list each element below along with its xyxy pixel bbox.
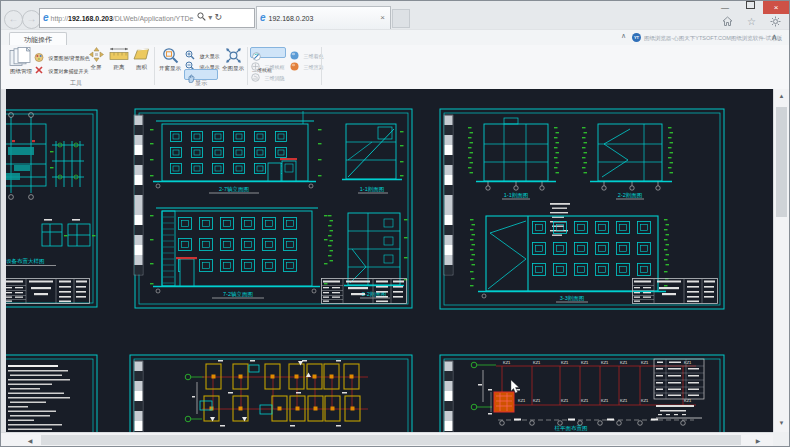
zoom-extents-button[interactable]: 全图显示 bbox=[220, 47, 246, 68]
url-host: 192.168.0.203 bbox=[68, 15, 113, 22]
palette-icon bbox=[34, 52, 44, 62]
rendered-sphere-icon bbox=[290, 62, 299, 71]
svg-text:KZ1: KZ1 bbox=[601, 360, 609, 365]
section-2: 2-2剖面图 bbox=[582, 124, 673, 199]
scroll-left-icon[interactable]: ◀ bbox=[23, 437, 37, 444]
settings-gear-icon[interactable] bbox=[769, 16, 782, 28]
cad-viewport[interactable]: 设备布置大样图 bbox=[6, 89, 774, 432]
wireframe-2d-button[interactable]: 二维线框 bbox=[250, 47, 286, 58]
sheet-legend-strip bbox=[444, 115, 453, 275]
column-plan-label: 柱平面布置图 bbox=[555, 425, 588, 432]
set-layer-bg-button[interactable]: 设置图层/背景颜色 bbox=[34, 49, 90, 60]
maximize-button[interactable] bbox=[738, 1, 762, 14]
column-labels-top: KZ1KZ1 KZ1KZ1 KZ1KZ1 KZ1KZ1 bbox=[503, 360, 692, 365]
ribbon: 图纸管理 设置图层/背景颜色 设置对象捕捉开关 全屏 距离 面积 工具 开窗显示 bbox=[1, 45, 789, 90]
url-path: /DLWeb/Application/YTDe bbox=[113, 15, 194, 22]
favorites-star-icon[interactable]: ☆ bbox=[745, 16, 758, 28]
browser-tab[interactable]: e192.168.0.203 × bbox=[256, 6, 391, 29]
group-separator bbox=[154, 47, 155, 85]
set-osnap-button[interactable]: 设置对象捕捉开关 bbox=[34, 62, 88, 73]
ie-favicon: e bbox=[40, 12, 51, 23]
address-bar[interactable]: ehttp://192.168.0.203/DLWeb/Application/… bbox=[39, 8, 255, 28]
sheet-legend-strip bbox=[134, 115, 143, 275]
horizontal-scrollbar[interactable]: ◀ ▶ bbox=[1, 432, 773, 447]
hidden-3d-button[interactable]: 三维消隐 bbox=[251, 69, 284, 80]
back-button[interactable]: ← bbox=[4, 10, 23, 29]
brand-text: 图纸浏览器-心图天下YTSOFT.COM图纸浏览软件-试用版 bbox=[644, 32, 782, 44]
elevation-1-label: 2-7轴立面图 bbox=[219, 186, 249, 193]
group-separator bbox=[321, 47, 322, 85]
scrollbar-corner bbox=[773, 432, 789, 447]
wireframe-3d-button[interactable]: 三维线框 bbox=[251, 58, 284, 69]
table-caption bbox=[656, 405, 702, 418]
vertical-scroll-thumb[interactable] bbox=[776, 107, 787, 217]
chevron-up-icon[interactable]: ∧ bbox=[621, 32, 626, 40]
drawing-manager-button[interactable]: 图纸管理 bbox=[4, 47, 38, 79]
browser-window: ← → ehttp://192.168.0.203/DLWeb/Applicat… bbox=[0, 0, 790, 447]
minimize-button[interactable]: — bbox=[713, 1, 737, 14]
home-icon[interactable] bbox=[721, 16, 734, 28]
section-2-label: 2-2剖面图 bbox=[618, 192, 642, 199]
axis-bubble bbox=[471, 362, 477, 368]
close-button[interactable]: × bbox=[763, 1, 789, 14]
search-icon[interactable] bbox=[197, 12, 206, 21]
stair-section-1-label: 1-1剖面图 bbox=[360, 186, 384, 193]
sheet-elevations: 2-7轴立面图 1-1剖面图 bbox=[134, 109, 412, 308]
sheet-column-plan: KZ1KZ1 KZ1KZ1 KZ1KZ1 KZ1KZ1 KZ1KZ1 KZ1KZ… bbox=[440, 355, 724, 432]
selected-column[interactable] bbox=[488, 389, 520, 415]
command-bar: 功能操作 ∧ YT 图纸浏览器-心图天下YTSOFT.COM图纸浏览软件-试用版… bbox=[1, 29, 789, 46]
minimize-icon: — bbox=[721, 3, 729, 12]
rendered-3d-button[interactable]: 三维渲染 bbox=[290, 58, 323, 69]
brand-logo: YT bbox=[632, 33, 641, 42]
dropdown-icon[interactable]: ▾ bbox=[208, 13, 212, 22]
tab-favicon: e bbox=[257, 12, 269, 23]
axis-bubble bbox=[185, 374, 191, 380]
window-zoom-icon bbox=[162, 47, 179, 64]
sheet-sections: 1-1剖面图 2-2剖面图 bbox=[440, 109, 724, 309]
scroll-down-icon[interactable]: ▼ bbox=[774, 420, 789, 426]
new-tab-button[interactable] bbox=[392, 9, 410, 28]
distance-button[interactable]: 距离 bbox=[108, 47, 130, 65]
zoom-extents-icon bbox=[225, 47, 242, 64]
elevation-2: 7-2轴立面图 bbox=[150, 208, 328, 298]
zoom-in-button[interactable]: 放大显示 bbox=[185, 47, 219, 58]
ribbon-collapse-icon[interactable]: ∧ bbox=[771, 32, 778, 42]
svg-text:KZ1: KZ1 bbox=[581, 398, 589, 403]
svg-text:KZ1: KZ1 bbox=[641, 360, 649, 365]
horizontal-scroll-thumb[interactable] bbox=[41, 435, 741, 445]
title-bar: ← → ehttp://192.168.0.203/DLWeb/Applicat… bbox=[1, 1, 789, 29]
section-1-label: 1-1剖面图 bbox=[504, 192, 528, 199]
scroll-up-icon[interactable]: ▲ bbox=[774, 93, 789, 99]
level-table bbox=[654, 359, 704, 399]
close-icon: × bbox=[774, 3, 779, 12]
shaded-3d-button[interactable]: 三维着色 bbox=[290, 47, 323, 58]
sheet-notes bbox=[6, 355, 97, 432]
dimension-stack bbox=[328, 215, 333, 261]
svg-text:KZ1: KZ1 bbox=[581, 360, 589, 365]
section-markers bbox=[210, 361, 311, 422]
group-separator bbox=[247, 47, 248, 85]
elevation-2-label: 7-2轴立面图 bbox=[223, 291, 253, 298]
svg-text:KZ1: KZ1 bbox=[518, 398, 526, 403]
back-icon: ← bbox=[9, 13, 19, 24]
address-bar-icons: ▾ ↻ bbox=[197, 8, 222, 26]
sheet-foundation-plan bbox=[130, 355, 412, 432]
refresh-icon[interactable]: ↻ bbox=[214, 12, 222, 22]
forward-icon: → bbox=[27, 13, 37, 24]
sheet-legend-strip bbox=[444, 361, 453, 432]
svg-text:KZ1: KZ1 bbox=[533, 398, 541, 403]
svg-text:KZ1: KZ1 bbox=[620, 398, 628, 403]
area-button[interactable]: 面积 bbox=[131, 47, 152, 65]
section-1: 1-1剖面图 bbox=[468, 118, 559, 199]
section-large-label: 3-3剖面图 bbox=[560, 295, 584, 302]
zoom-out-button[interactable]: 缩小显示 bbox=[185, 58, 219, 69]
cad-drawing: 设备布置大样图 bbox=[6, 89, 774, 432]
svg-text:KZ1: KZ1 bbox=[684, 360, 692, 365]
scroll-right-icon[interactable]: ▶ bbox=[751, 437, 765, 444]
tab-close-icon[interactable]: × bbox=[380, 7, 390, 28]
window-zoom-button[interactable]: 开窗显示 bbox=[157, 47, 183, 68]
axis-bubble bbox=[185, 416, 191, 422]
hidden-3d-icon bbox=[251, 73, 260, 82]
fullscreen-button[interactable]: 全屏 bbox=[85, 47, 107, 66]
vertical-scrollbar[interactable]: ▲ ▼ bbox=[773, 89, 789, 432]
